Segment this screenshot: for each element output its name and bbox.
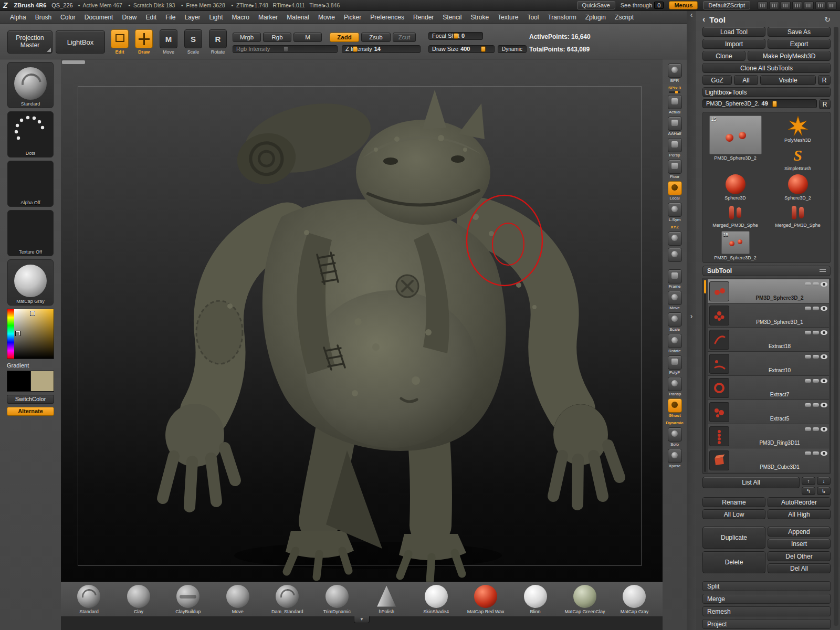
- visibility-eye-icon[interactable]: [821, 451, 827, 456]
- shelf-spix-slider[interactable]: SPix 3: [668, 85, 681, 93]
- shelf-bpr-button[interactable]: BPR: [668, 64, 682, 83]
- subtool-row-extract7[interactable]: Extract7: [708, 376, 829, 400]
- duplicate-button[interactable]: Duplicate: [702, 527, 765, 549]
- collapse-left-icon[interactable]: ‹: [690, 11, 693, 18]
- make-polymesh3d-button[interactable]: Make PolyMesh3D: [748, 51, 831, 61]
- draw-size-slider[interactable]: Draw Size400: [428, 45, 495, 53]
- focal-shift-handle[interactable]: [454, 33, 458, 39]
- panel-scrollbar[interactable]: [834, 27, 838, 626]
- all-low-button[interactable]: All Low: [702, 509, 765, 519]
- tray-brush-move[interactable]: Move: [216, 585, 259, 614]
- shelf-dynamic-toggle[interactable]: Dynamic: [666, 420, 683, 425]
- render-toggle-icon[interactable]: [813, 403, 819, 407]
- menu-stencil[interactable]: Stencil: [439, 13, 465, 22]
- subtool-row-pm3d-sphere3d-2[interactable]: PM3D_Sphere3D_2: [708, 279, 829, 303]
- render-toggle-icon[interactable]: [813, 427, 819, 431]
- tool-thumb-current[interactable]: 15 PM3D_Sphere3D_2: [706, 116, 764, 171]
- tool-r-button[interactable]: R: [819, 99, 831, 109]
- tool-thumb-merged-1[interactable]: Merged_PM3D_Sphe: [706, 204, 764, 228]
- clone-button[interactable]: Clone: [702, 51, 746, 61]
- tool-thumb-sphere3d-2[interactable]: Sphere3D_2: [769, 174, 827, 201]
- tray-material-blinn[interactable]: Blinn: [514, 585, 557, 614]
- visibility-eye-icon[interactable]: [821, 379, 827, 383]
- menu-brush[interactable]: Brush: [32, 13, 55, 22]
- left-tray-toggle-icon[interactable]: [758, 2, 768, 9]
- render-toggle-icon[interactable]: [813, 282, 819, 286]
- tray-brush-hpolish[interactable]: hPolish: [365, 585, 408, 614]
- tool-thumb-sphere3d[interactable]: Sphere3D: [706, 174, 764, 201]
- projection-master-button[interactable]: Projection Master: [7, 30, 52, 54]
- zcut-button[interactable]: Zcut: [393, 33, 416, 42]
- draw-size-handle[interactable]: [481, 46, 486, 52]
- shelf-persp-button[interactable]: Persp: [668, 138, 682, 158]
- tool-thumb-merged-2[interactable]: Merged_PM3D_Sphe: [769, 204, 827, 228]
- menu-color[interactable]: Color: [57, 13, 79, 22]
- render-toggle-icon[interactable]: [813, 307, 819, 310]
- lightbox-tools-button[interactable]: Lightbox▸Tools: [702, 87, 831, 97]
- subtool-movedown-button[interactable]: ↳: [817, 487, 831, 495]
- m-button[interactable]: M: [293, 33, 322, 42]
- current-stroke-selector[interactable]: Dots: [7, 111, 54, 158]
- zadd-button[interactable]: Zadd: [330, 33, 359, 42]
- see-through-slider[interactable]: See-through 0: [621, 2, 664, 9]
- active-tool-handle[interactable]: [772, 101, 777, 107]
- gradient-label[interactable]: Gradient: [7, 362, 54, 369]
- main-color-swatch[interactable]: [7, 371, 30, 392]
- subtool-row-extract18[interactable]: Extract18: [708, 328, 829, 352]
- subtool-row-extract5[interactable]: Extract5: [708, 400, 829, 424]
- subtool-row-pm3d-sphere3d-1[interactable]: PM3D_Sphere3D_1: [708, 303, 829, 328]
- menu-layer[interactable]: Layer: [181, 13, 204, 22]
- goz-visible-button[interactable]: Visible: [760, 75, 816, 85]
- tray-material-redwax[interactable]: MatCap Red Wax: [464, 585, 507, 614]
- list-all-button[interactable]: List All: [702, 477, 800, 488]
- z-intensity-handle[interactable]: [353, 46, 358, 52]
- del-other-button[interactable]: Del Other: [768, 551, 831, 561]
- autoreorder-button[interactable]: AutoReorder: [768, 497, 831, 507]
- project-section-header[interactable]: Project: [702, 619, 831, 629]
- current-alpha-selector[interactable]: Alpha Off: [7, 161, 54, 207]
- render-toggle-icon[interactable]: [813, 379, 819, 383]
- menu-render[interactable]: Render: [410, 13, 437, 22]
- polypaint-toggle-icon[interactable]: [805, 379, 811, 383]
- visibility-eye-icon[interactable]: [821, 306, 827, 311]
- delete-button[interactable]: Delete: [702, 551, 765, 573]
- shelf-zoom-button[interactable]: [668, 248, 682, 262]
- menu-preferences[interactable]: Preferences: [366, 13, 408, 22]
- del-all-button[interactable]: Del All: [768, 563, 831, 573]
- lightbox-button[interactable]: LightBox: [56, 30, 105, 54]
- menu-document[interactable]: Document: [81, 13, 117, 22]
- import-document-icon[interactable]: [827, 2, 837, 9]
- menu-edit[interactable]: Edit: [142, 13, 160, 22]
- quicksave-button[interactable]: QuickSave: [577, 1, 615, 9]
- polypaint-toggle-icon[interactable]: [805, 307, 811, 310]
- menu-movie[interactable]: Movie: [314, 13, 339, 22]
- shelf-polyf-button[interactable]: PolyF: [668, 355, 682, 375]
- load-tool-button[interactable]: Load Tool: [702, 27, 765, 37]
- render-toggle-icon[interactable]: [813, 331, 819, 334]
- current-brush-selector[interactable]: Standard: [7, 62, 54, 108]
- sv-selector-2[interactable]: [16, 331, 20, 335]
- shelf-ghost-button[interactable]: Ghost: [668, 398, 682, 418]
- paste-document-icon[interactable]: [792, 2, 802, 9]
- polypaint-toggle-icon[interactable]: [805, 355, 811, 359]
- save-as-button[interactable]: Save As: [768, 27, 831, 37]
- split-section-header[interactable]: Split: [702, 581, 831, 591]
- menu-zplugin[interactable]: Zplugin: [582, 13, 610, 22]
- tray-brush-trimdynamic[interactable]: TrimDynamic: [316, 585, 359, 614]
- menu-texture[interactable]: Texture: [494, 13, 522, 22]
- shelf-rotate-button[interactable]: Rotate: [668, 334, 682, 353]
- visibility-eye-icon[interactable]: [821, 330, 827, 335]
- lock-icon[interactable]: [804, 2, 814, 9]
- menu-transform[interactable]: Transform: [544, 13, 580, 22]
- visibility-eye-icon[interactable]: [821, 403, 827, 407]
- shelf-local-button[interactable]: Local: [668, 181, 682, 201]
- tray-brush-clay[interactable]: Clay: [117, 585, 160, 614]
- scale-button[interactable]: S Scale: [183, 29, 204, 55]
- shelf-aahalf-button[interactable]: AAHalf: [668, 117, 682, 136]
- panel-refresh-icon[interactable]: ↻: [824, 15, 831, 24]
- tool-thumb-polymesh3d[interactable]: PolyMesh3D: [784, 116, 811, 143]
- clone-all-subtools-button[interactable]: Clone All SubTools: [702, 63, 831, 73]
- polypaint-toggle-icon[interactable]: [805, 427, 811, 431]
- shelf-move-button[interactable]: Move: [668, 291, 682, 310]
- shelf-transp-button[interactable]: Transp: [668, 377, 682, 396]
